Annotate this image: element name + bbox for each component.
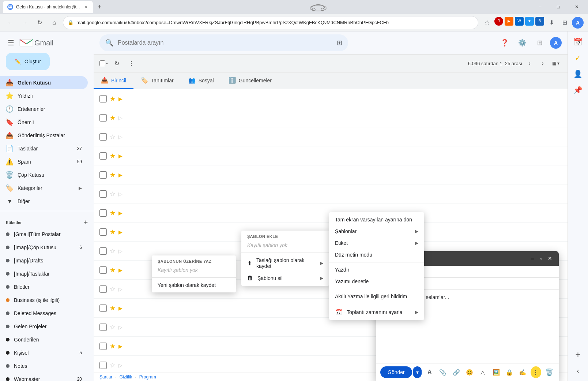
important-icon[interactable]: ▶ — [118, 343, 122, 349]
star-icon[interactable]: ☆ — [110, 361, 116, 369]
important-icon[interactable]: ▶ — [118, 229, 122, 235]
close-compose-button[interactable]: ✕ — [546, 254, 554, 263]
apps-button[interactable]: ⊞ — [532, 36, 547, 50]
more-actions-button[interactable]: ⋮ — [125, 57, 137, 69]
sidebar-item-starred[interactable]: ⭐ Yıldızlı — [0, 89, 88, 102]
photo-button[interactable]: 🖼️ — [491, 366, 501, 378]
label-gmail-all[interactable]: [Gmail]Tüm Postalar — [0, 228, 88, 241]
footer-program[interactable]: Program — [139, 374, 156, 380]
star-icon[interactable]: ☆ — [110, 323, 116, 331]
row-checkbox[interactable] — [99, 133, 107, 141]
close-button[interactable]: ✕ — [568, 1, 585, 13]
label-imap-taslaklar[interactable]: [Imap]/Taslaklar — [0, 267, 88, 280]
maximize-button[interactable]: □ — [550, 1, 567, 13]
row-checkbox[interactable] — [99, 95, 107, 102]
sidebar-item-trash[interactable]: 🗑️ Çöp Kutusu — [0, 168, 88, 182]
menu-item-meeting-time[interactable]: 📅 Toplantı zamanını ayarla ▶ — [329, 306, 424, 318]
send-dropdown-button[interactable]: ▾ — [413, 366, 422, 378]
star-icon[interactable]: ★ — [110, 266, 116, 274]
search-filter-icon[interactable]: ⊞ — [337, 39, 342, 47]
label-business[interactable]: Business (iş ile ilgili) — [0, 294, 88, 307]
menu-item-print[interactable]: Yazdır — [329, 264, 424, 276]
label-imap-trash[interactable]: [Imap]/Çöp Kutusu 6 — [0, 241, 88, 254]
star-icon[interactable]: ☆ — [110, 190, 116, 198]
profile-avatar[interactable]: A — [572, 17, 584, 29]
important-icon[interactable]: ▷ — [118, 115, 122, 121]
table-row[interactable]: ☆ ▷ — [94, 127, 568, 146]
save-draft-as-template[interactable]: ⬆ Taslağı şablon olarak kaydet ▶ — [241, 254, 329, 272]
tab-primary[interactable]: 📥 Birincil — [94, 72, 133, 89]
important-icon[interactable]: ▷ — [118, 134, 122, 140]
search-input[interactable] — [118, 40, 332, 46]
star-icon[interactable]: ★ — [110, 152, 116, 160]
important-icon[interactable]: ▶ — [118, 267, 122, 273]
menu-item-smart-compose-feedback[interactable]: Akıllı Yazma ile ilgili geri bildirim — [329, 291, 424, 302]
table-row[interactable]: ★ ▶ — [94, 146, 568, 165]
bookmark-button[interactable]: ☆ — [481, 17, 493, 29]
menu-item-label[interactable]: Etiket ▶ — [329, 237, 424, 249]
label-gonderilenler[interactable]: Gönderilen — [0, 333, 88, 346]
lock-button[interactable]: 🔒 — [504, 366, 514, 378]
row-checkbox[interactable] — [99, 362, 107, 369]
sidebar-item-spam[interactable]: ⚠️ Spam 59 — [0, 155, 88, 168]
important-icon[interactable]: ▷ — [118, 191, 122, 197]
star-icon[interactable]: ★ — [110, 228, 116, 236]
row-checkbox[interactable] — [99, 247, 107, 255]
row-checkbox[interactable] — [99, 114, 107, 122]
star-icon[interactable]: ☆ — [110, 133, 116, 141]
star-icon[interactable]: ★ — [110, 114, 116, 122]
view-options-button[interactable]: ▦ ▾ — [550, 57, 562, 69]
sidebar-item-categories[interactable]: 🏷️ Kategoriler ▶ — [0, 182, 88, 195]
sidebar-item-sent[interactable]: 📤 Gönderilmiş Postalar — [0, 129, 88, 142]
row-checkbox[interactable] — [99, 152, 107, 160]
home-button[interactable]: ⌂ — [48, 17, 60, 29]
delete-compose-button[interactable]: 🗑️ — [544, 366, 554, 378]
important-icon[interactable]: ▷ — [118, 286, 122, 292]
back-button[interactable]: ← — [4, 17, 16, 29]
menu-item-spellcheck[interactable]: Yazımı denetle — [329, 276, 424, 287]
table-row[interactable]: ★ ▶ — [94, 165, 568, 184]
label-biletler[interactable]: Biletler — [0, 280, 88, 294]
important-icon[interactable]: ▶ — [118, 305, 122, 311]
search-bar[interactable]: 🔍 ⊞ — [99, 34, 348, 51]
hamburger-menu[interactable]: ☰ — [6, 38, 16, 48]
star-icon[interactable]: ★ — [110, 95, 116, 103]
label-deleted[interactable]: Deleted Messages — [0, 307, 88, 320]
sidebar-item-important[interactable]: 🔖 Önemli — [0, 116, 88, 129]
star-icon[interactable]: ☆ — [110, 247, 116, 255]
new-template-save[interactable]: Yeni şablon olarak kaydet — [152, 279, 236, 291]
row-checkbox[interactable] — [99, 343, 107, 350]
select-all-checkbox[interactable] — [99, 60, 105, 66]
star-icon[interactable]: ☆ — [110, 285, 116, 293]
sidebar-item-more[interactable]: ▾ Diğer — [0, 195, 88, 208]
important-icon[interactable]: ▶ — [118, 172, 122, 178]
label-gelen-projeler[interactable]: Gelen Projeler — [0, 320, 88, 333]
row-checkbox[interactable] — [99, 209, 107, 217]
label-imap-drafts[interactable]: [Imap]/Drafts — [0, 254, 88, 267]
ext-icon-1[interactable]: R — [494, 17, 503, 26]
table-row[interactable]: ☆ ▷ — [94, 184, 568, 203]
forward-button[interactable]: → — [19, 17, 31, 29]
table-row[interactable]: ★ ▷ — [94, 108, 568, 127]
star-icon[interactable]: ★ — [110, 304, 116, 312]
attach-button[interactable]: 📎 — [438, 366, 448, 378]
contacts-panel-btn[interactable]: 👤 — [571, 67, 585, 81]
refresh-button[interactable]: ↻ — [111, 57, 122, 69]
formatting-button[interactable]: A — [425, 366, 435, 378]
drive-button[interactable]: △ — [478, 366, 488, 378]
minimize-compose-button[interactable]: – — [528, 254, 537, 263]
tab-updates[interactable]: ℹ️ Güncellemeler — [221, 72, 279, 89]
row-checkbox[interactable] — [99, 171, 107, 179]
menu-item-templates[interactable]: Şablonlar ▶ — [329, 225, 424, 237]
row-checkbox[interactable] — [99, 305, 107, 312]
important-icon[interactable]: ▷ — [118, 362, 122, 368]
chrome-tab-active[interactable]: Gelen Kutusu - ahmetekinler@... ✕ — [3, 1, 93, 13]
sidebar-item-snoozed[interactable]: 🕐 Ertelenenler — [0, 102, 88, 116]
ext-icon-2[interactable]: ▶ — [505, 17, 513, 26]
tab-social[interactable]: 👥 Sosyal — [181, 72, 221, 89]
new-tab-button[interactable]: + — [94, 2, 105, 12]
row-checkbox[interactable] — [99, 324, 107, 331]
ext-icon-5[interactable]: B — [535, 17, 544, 26]
important-icon[interactable]: ▶ — [118, 210, 122, 216]
ext-icon-3[interactable]: W — [515, 17, 524, 26]
